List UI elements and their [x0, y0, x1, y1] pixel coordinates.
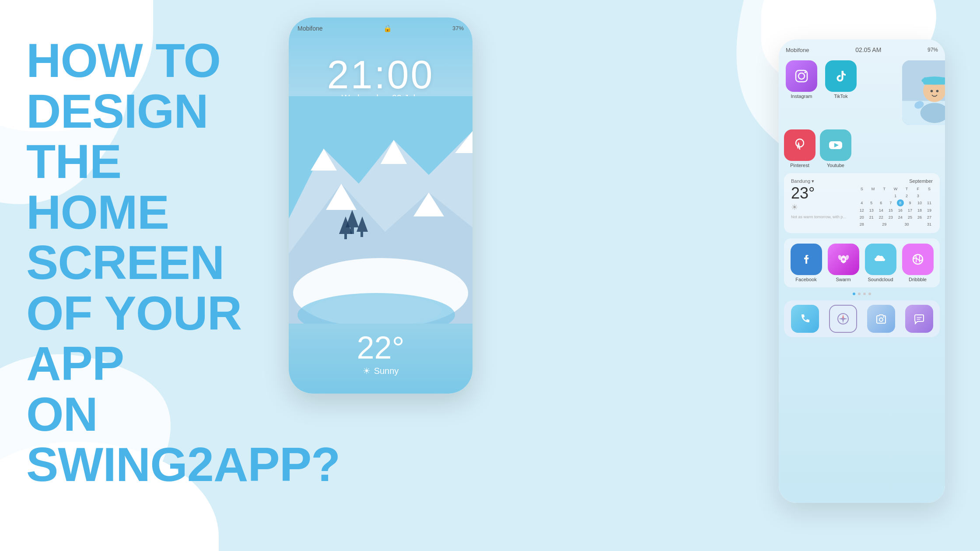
svg-marker-40 — [842, 314, 844, 318]
main-title: HOW TO DESIGN THE HOME SCREEN OF YOUR AP… — [26, 35, 280, 490]
tiktok-label: TikTok — [834, 94, 847, 99]
svg-point-36 — [842, 258, 845, 261]
dribbble-app[interactable]: Dribbble — [901, 244, 934, 282]
soundcloud-icon — [865, 244, 896, 275]
cal-week4: 20 21 22 23 24 25 26 27 — [858, 214, 933, 221]
camera-dock-icon — [867, 305, 895, 333]
title-line1: HOW TO — [26, 35, 280, 86]
dot-4 — [868, 293, 871, 295]
bottom-app-row: Facebook — [789, 244, 934, 282]
svg-rect-14 — [344, 234, 347, 239]
title-line5: ON — [26, 389, 280, 439]
svg-marker-41 — [842, 319, 844, 323]
bottom-apps-section: Facebook — [784, 238, 940, 287]
swarm-app[interactable]: Swarm — [826, 244, 860, 282]
top-app-row: Instagram TikTok — [784, 60, 940, 125]
youtube-icon — [820, 129, 851, 161]
svg-marker-43 — [844, 318, 847, 320]
facebook-label: Facebook — [795, 277, 816, 282]
phone-dock-app[interactable] — [788, 305, 822, 333]
tiktok-app[interactable]: TikTok — [823, 60, 858, 99]
cal-header: S M T W T F S — [858, 185, 933, 192]
dribbble-icon — [902, 244, 934, 275]
svg-marker-42 — [839, 318, 843, 320]
camera-dock-app[interactable] — [864, 305, 898, 333]
weather-desc-display: ☀ Sunny — [289, 366, 472, 376]
weather-sun: ☀ — [791, 202, 853, 212]
youtube-app[interactable]: Youtube — [820, 129, 851, 168]
svg-point-45 — [883, 317, 884, 318]
compass-dock-icon — [829, 305, 857, 333]
dot-2 — [858, 293, 861, 295]
dot-active — [853, 293, 855, 295]
lockscreen-phone: Mobifone 🔒 37% 21:00 Wednesday, 29 July — [289, 17, 472, 394]
svg-rect-25 — [923, 77, 945, 85]
home-network: Mobifone — [786, 47, 809, 53]
swarm-label: Swarm — [836, 277, 850, 282]
lock-weather: 22° ☀ Sunny — [289, 330, 472, 376]
svg-point-27 — [936, 90, 939, 93]
cal-week2: 4 5 6 7 8 9 10 11 — [858, 199, 933, 206]
calendar-month: September — [858, 178, 933, 184]
chat-dock-icon — [905, 305, 933, 333]
title-line6: SWING2APP? — [26, 439, 280, 490]
photo-widget — [902, 60, 945, 125]
lock-time: 21:00 Wednesday, 29 July — [289, 52, 472, 103]
facebook-icon — [791, 244, 822, 275]
cal-week3: 12 13 14 15 16 17 18 19 — [858, 207, 933, 214]
soundcloud-label: Soundcloud — [868, 277, 893, 282]
page-dots — [784, 293, 940, 295]
title-line3: HOME SCREEN — [26, 187, 280, 288]
pinterest-label: Pinterest — [790, 163, 809, 168]
weather-label: Sunny — [374, 366, 399, 376]
pinterest-app[interactable]: Pinterest — [784, 129, 816, 168]
svg-rect-16 — [360, 232, 363, 237]
phone-screen: Mobifone 🔒 37% 21:00 Wednesday, 29 July — [289, 17, 472, 394]
cal-week1: 1 2 3 — [858, 192, 933, 199]
weather-calendar-widget: Bandung ▾ 23° ☀ Not as warm tomorrow, wi… — [784, 173, 940, 233]
calendar-grid: S M T W T F S 1 2 — [858, 185, 933, 228]
phone-status-bar: Mobifone 🔒 37% — [298, 24, 464, 32]
svg-point-18 — [798, 73, 805, 79]
weather-note: Not as warm tomorrow, with p... — [791, 215, 853, 219]
title-line4: OF YOUR APP — [26, 288, 280, 389]
homescreen-phone: Mobifone 02.05 AM 97% Instagram — [779, 39, 945, 503]
home-phone-screen: Mobifone 02.05 AM 97% Instagram — [779, 39, 945, 503]
pinterest-icon — [784, 129, 816, 161]
home-time: 02.05 AM — [855, 46, 881, 53]
phone-frame: Mobifone 🔒 37% 21:00 Wednesday, 29 July — [289, 17, 472, 394]
instagram-icon — [786, 60, 817, 92]
title-line2: DESIGN THE — [26, 86, 280, 187]
youtube-label: Youtube — [827, 163, 844, 168]
home-battery: 97% — [928, 47, 938, 53]
chat-dock-app[interactable] — [902, 305, 936, 333]
weather-temp-widget: 23° — [791, 184, 853, 202]
dribbble-label: Dribbble — [909, 277, 927, 282]
landscape-svg — [289, 96, 472, 324]
weather-left-panel: Bandung ▾ 23° ☀ Not as warm tomorrow, wi… — [791, 178, 853, 228]
battery-status: 37% — [452, 25, 464, 31]
left-text-section: HOW TO DESIGN THE HOME SCREEN OF YOUR AP… — [26, 35, 280, 490]
svg-point-44 — [879, 318, 883, 321]
instagram-label: Instagram — [791, 94, 812, 99]
instagram-app[interactable]: Instagram — [784, 60, 819, 99]
lock-icon: 🔒 — [383, 24, 392, 32]
svg-point-19 — [805, 72, 806, 73]
weather-city: Bandung ▾ — [791, 178, 853, 184]
time-display: 21:00 — [289, 52, 472, 98]
compass-dock-app[interactable] — [826, 305, 860, 333]
bottom-dock — [784, 300, 940, 337]
phone-dock-icon — [791, 305, 819, 333]
network-status: Mobifone — [298, 25, 323, 32]
facebook-app[interactable]: Facebook — [789, 244, 823, 282]
second-app-row: Pinterest Youtube — [784, 129, 940, 168]
weather-sun-icon: ☀ — [363, 366, 371, 376]
svg-point-30 — [796, 139, 804, 147]
tiktok-icon — [825, 60, 857, 92]
home-phone-frame: Mobifone 02.05 AM 97% Instagram — [779, 39, 945, 503]
weather-temp-display: 22° — [289, 330, 472, 366]
soundcloud-app[interactable]: Soundcloud — [864, 244, 897, 282]
swarm-icon — [828, 244, 859, 275]
calendar-panel: September S M T W T F S — [858, 178, 933, 228]
svg-point-26 — [931, 90, 933, 93]
